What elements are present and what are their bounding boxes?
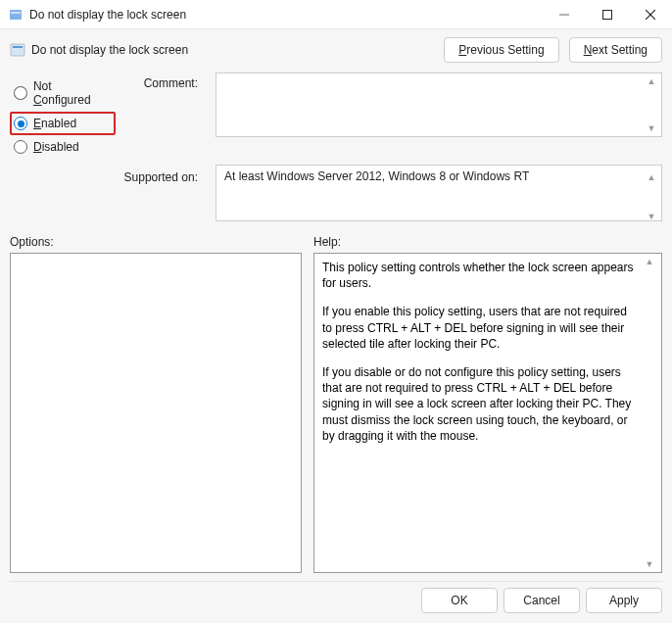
options-label: Options: <box>10 235 302 249</box>
previous-setting-button[interactable]: Previous Setting <box>444 37 558 63</box>
radio-label: Not Configured <box>33 79 112 107</box>
setting-title: Do not display the lock screen <box>31 43 188 57</box>
supported-on-text: At least Windows Server 2012, Windows 8 … <box>224 169 529 183</box>
panel-labels: Options: Help: <box>10 235 662 249</box>
help-label: Help: <box>313 235 341 249</box>
scroll-down-icon[interactable]: ▼ <box>646 211 657 222</box>
comment-label-col: Comment: <box>127 72 204 159</box>
header-row: Do not display the lock screen Previous … <box>10 37 662 63</box>
apply-button[interactable]: Apply <box>586 588 662 613</box>
scroll-up-icon[interactable]: ▲ <box>644 256 655 267</box>
help-paragraph: If you enable this policy setting, users… <box>322 304 636 352</box>
maximize-button[interactable] <box>586 0 629 29</box>
help-paragraph: If you disable or do not configure this … <box>322 364 636 444</box>
titlebar: Do not display the lock screen <box>0 0 672 29</box>
scroll-down-icon[interactable]: ▼ <box>644 558 655 570</box>
svg-rect-1 <box>11 12 21 14</box>
scroll-up-icon[interactable]: ▲ <box>646 171 657 183</box>
help-text: This policy setting controls whether the… <box>314 254 644 572</box>
radio-icon <box>14 140 27 154</box>
radio-icon <box>14 86 27 100</box>
help-panel: This policy setting controls whether the… <box>313 253 662 573</box>
help-scrollbar: ▲ ▼ <box>644 254 661 572</box>
next-setting-button[interactable]: Next Setting <box>569 37 662 63</box>
nav-buttons: Previous Setting Next Setting <box>444 37 662 63</box>
supported-scrollbar: ▲ ▼ <box>646 169 659 224</box>
cancel-button[interactable]: Cancel <box>504 588 580 613</box>
radio-label: Enabled <box>33 117 76 130</box>
radio-disabled[interactable]: Disabled <box>10 135 116 159</box>
close-button[interactable] <box>629 0 672 29</box>
policy-icon <box>10 42 25 58</box>
footer-buttons: OK Cancel Apply <box>10 581 662 623</box>
svg-rect-3 <box>603 10 612 19</box>
svg-rect-7 <box>13 46 23 48</box>
minimize-button[interactable] <box>543 0 586 29</box>
comment-scrollbar: ▲ ▼ <box>646 73 659 136</box>
radio-enabled[interactable]: Enabled <box>10 112 116 135</box>
radio-column: Not Configured Enabled Disabled <box>10 72 116 159</box>
options-panel <box>10 253 302 573</box>
supported-on-field: At least Windows Server 2012, Windows 8 … <box>216 165 662 221</box>
radio-not-configured[interactable]: Not Configured <box>10 74 116 112</box>
comment-label: Comment: <box>127 76 204 90</box>
svg-rect-0 <box>10 10 22 20</box>
scroll-down-icon[interactable]: ▼ <box>646 122 657 134</box>
scroll-up-icon[interactable]: ▲ <box>646 75 657 87</box>
window-icon <box>8 7 24 23</box>
radio-label: Disabled <box>33 140 79 154</box>
titlebar-controls <box>543 0 672 29</box>
radio-icon <box>14 117 27 130</box>
supported-on-label: Supported on: <box>10 170 204 184</box>
supported-row: Supported on: At least Windows Server 20… <box>10 165 662 221</box>
help-paragraph: This policy setting controls whether the… <box>322 260 636 291</box>
ok-button[interactable]: OK <box>421 588 498 613</box>
window-title: Do not display the lock screen <box>29 8 186 22</box>
comment-textarea[interactable]: ▲ ▼ <box>216 72 662 137</box>
main-panels: This policy setting controls whether the… <box>10 253 662 573</box>
content-area: Do not display the lock screen Previous … <box>0 29 672 623</box>
config-row: Not Configured Enabled Disabled Comment:… <box>10 72 662 159</box>
supported-label-col: Supported on: <box>10 165 204 221</box>
svg-rect-6 <box>11 44 24 56</box>
